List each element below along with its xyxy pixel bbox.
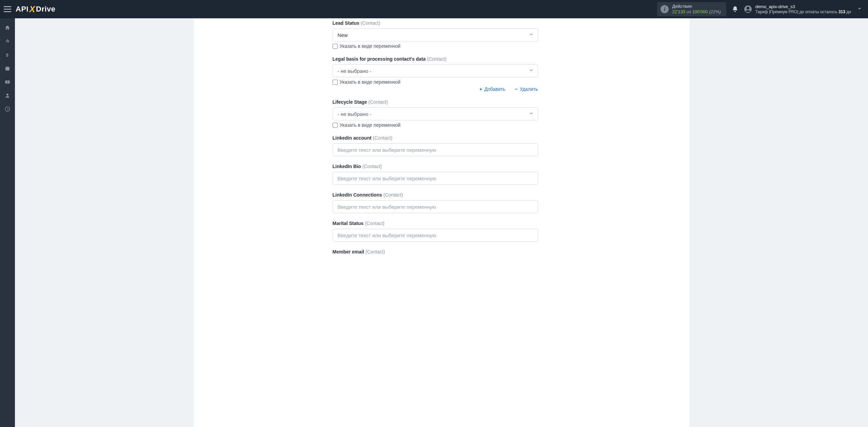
label-sub: (Contact) xyxy=(361,20,380,26)
tariff-mid: | до оплаты осталось xyxy=(797,9,839,14)
lead-status-select[interactable]: New xyxy=(333,28,538,41)
sidebar-video[interactable] xyxy=(0,75,15,89)
linkedin-connections-input[interactable] xyxy=(333,200,538,213)
actions-label: Действия: xyxy=(672,4,721,9)
label-sub: (Contact) xyxy=(383,192,403,198)
sidebar-account[interactable] xyxy=(0,89,15,102)
actions-percent: (22%) xyxy=(709,9,721,14)
user-icon xyxy=(4,93,11,99)
field-label: Lead Status (Contact) xyxy=(333,20,538,26)
variable-checkbox-row: Указать в виде переменной xyxy=(333,43,538,49)
field-lifecycle-stage: Lifecycle Stage (Contact) - не выбрано -… xyxy=(333,99,538,128)
tariff-days-suffix: дн xyxy=(845,9,851,14)
actions-current: 22'133 xyxy=(672,9,685,14)
chevron-down-icon xyxy=(529,111,534,117)
chevron-down-icon xyxy=(857,6,862,12)
tariff-name: Премиум PRO xyxy=(770,9,797,14)
sidebar-help[interactable]: ? xyxy=(0,102,15,116)
select-value: - не выбрано - xyxy=(338,111,372,117)
field-legal-basis: Legal basis for processing contact's dat… xyxy=(333,56,538,92)
add-label: Добавить xyxy=(484,86,505,92)
dollar-icon: $ xyxy=(4,52,11,58)
field-label: LinkedIn Bio (Contact) xyxy=(333,164,538,169)
label-text: Member email xyxy=(333,249,364,255)
minus-icon: − xyxy=(515,86,518,92)
field-marital-status: Marital Status (Contact) xyxy=(333,221,538,242)
lifecycle-select[interactable]: - не выбрано - xyxy=(333,107,538,120)
info-icon: i xyxy=(660,5,669,13)
field-label: Linkedin account (Contact) xyxy=(333,135,538,141)
briefcase-icon xyxy=(4,65,11,72)
variable-checkbox-row: Указать в виде переменной xyxy=(333,79,538,85)
sidebar-briefcase[interactable] xyxy=(0,62,15,75)
label-text: Linkedin account xyxy=(333,135,372,141)
sidebar-connections[interactable] xyxy=(0,35,15,48)
label-sub: (Contact) xyxy=(373,135,393,141)
logo[interactable]: APIXDrive xyxy=(16,4,56,15)
actions-text: Действия: 22'133 из 100'000 (22%) xyxy=(672,4,721,15)
plus-icon: + xyxy=(479,86,482,92)
home-icon xyxy=(4,25,11,31)
linkedin-account-input[interactable] xyxy=(333,143,538,156)
main: Lead Status (Contact) New Указать в виде… xyxy=(15,18,868,427)
select-value: New xyxy=(338,32,348,38)
label-sub: (Contact) xyxy=(368,99,388,105)
sitemap-icon xyxy=(4,38,11,44)
label-sub: (Contact) xyxy=(427,56,447,62)
chevron-down-icon xyxy=(529,32,534,38)
label-text: Marital Status xyxy=(333,221,364,226)
topbar-right: i Действия: 22'133 из 100'000 (22%) demo… xyxy=(657,2,868,17)
label-text: Legal basis for processing contact's dat… xyxy=(333,56,426,62)
variable-checkbox[interactable] xyxy=(333,123,338,128)
label-text: Lead Status xyxy=(333,20,359,26)
linkedin-bio-input[interactable] xyxy=(333,172,538,185)
menu-toggle[interactable] xyxy=(0,0,15,18)
field-label: LinkedIn Connections (Contact) xyxy=(333,192,538,198)
field-label: Marital Status (Contact) xyxy=(333,221,538,226)
delete-button[interactable]: − Удалить xyxy=(515,86,538,92)
add-button[interactable]: + Добавить xyxy=(479,86,506,92)
sidebar-home[interactable] xyxy=(0,21,15,35)
field-label: Lifecycle Stage (Contact) xyxy=(333,99,538,105)
bell-icon xyxy=(732,6,738,13)
logo-part-x: X xyxy=(29,4,35,15)
username: demo_apix-drive_s3 xyxy=(755,4,851,9)
tariff-days: 313 xyxy=(839,9,845,14)
notifications-button[interactable] xyxy=(731,5,739,13)
checkbox-label: Указать в виде переменной xyxy=(340,79,401,85)
field-member-email: Member email (Contact) xyxy=(333,249,538,255)
user-menu[interactable]: demo_apix-drive_s3 Тариф |Премиум PRO| д… xyxy=(744,4,862,14)
logo-part-drive: Drive xyxy=(36,5,56,14)
svg-point-1 xyxy=(747,7,749,9)
sidebar-billing[interactable]: $ xyxy=(0,48,15,62)
tariff-prefix: Тариф | xyxy=(755,9,770,14)
field-linkedin-bio: LinkedIn Bio (Contact) xyxy=(333,164,538,185)
svg-text:$: $ xyxy=(6,53,9,58)
marital-status-input[interactable] xyxy=(333,229,538,242)
field-lead-status: Lead Status (Contact) New Указать в виде… xyxy=(333,20,538,49)
svg-text:?: ? xyxy=(7,107,9,111)
legal-basis-select[interactable]: - не выбрано - xyxy=(333,64,538,77)
label-text: LinkedIn Bio xyxy=(333,164,361,169)
label-sub: (Contact) xyxy=(365,221,384,226)
chevron-down-icon xyxy=(529,68,534,74)
variable-checkbox-row: Указать в виде переменной xyxy=(333,122,538,128)
form-card: Lead Status (Contact) New Указать в виде… xyxy=(194,18,690,427)
checkbox-label: Указать в виде переменной xyxy=(340,122,401,128)
sidebar: $ ? xyxy=(0,18,15,427)
hamburger-icon xyxy=(4,6,11,12)
user-text: demo_apix-drive_s3 Тариф |Премиум PRO| д… xyxy=(755,4,851,14)
field-linkedin-account: Linkedin account (Contact) xyxy=(333,135,538,156)
logo-part-api: API xyxy=(16,5,28,14)
actions-counter[interactable]: i Действия: 22'133 из 100'000 (22%) xyxy=(657,2,726,17)
select-value: - не выбрано - xyxy=(338,68,372,74)
variable-checkbox[interactable] xyxy=(333,44,338,49)
label-text: LinkedIn Connections xyxy=(333,192,382,198)
actions-total: 100'000 xyxy=(692,9,708,14)
tariff-line: Тариф |Премиум PRO| до оплаты осталось 3… xyxy=(755,9,851,14)
question-icon: ? xyxy=(4,106,11,112)
variable-checkbox[interactable] xyxy=(333,80,338,85)
topbar: APIXDrive i Действия: 22'133 из 100'000 … xyxy=(0,0,868,18)
delete-label: Удалить xyxy=(520,86,538,92)
add-delete-row: + Добавить − Удалить xyxy=(333,86,538,92)
